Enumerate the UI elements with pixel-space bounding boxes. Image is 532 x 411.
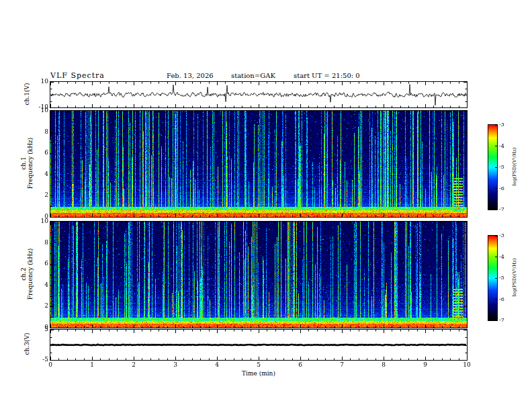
y-tick-label: -5 (31, 356, 48, 363)
colorbar-tick-label: -6 (499, 296, 514, 302)
y-tick-label: 8 (31, 128, 48, 135)
ch1-spectrogram-canvas (50, 111, 467, 217)
colorbar-ch2 (488, 235, 498, 321)
colorbar-ch2-label: log(PSD)(V²/Hz) (511, 259, 518, 297)
y-tick-label: 10 (31, 78, 48, 85)
time-axis-label: Time (min) (50, 370, 467, 377)
y-tick-label: 5 (31, 326, 48, 332)
vlf-spectra-figure: VLF Spectra Feb. 13, 2026 station=GAK st… (0, 0, 532, 411)
figure-date: Feb. 13, 2026 (167, 72, 214, 79)
figure-start-ut: start UT = 21:50: 0 (294, 72, 360, 79)
x-tick-label: 0 (42, 361, 58, 368)
ch3-waveform-panel (50, 329, 468, 361)
y-tick-label: -10 (31, 103, 48, 110)
colorbar-tick-label: -7 (499, 317, 514, 323)
y-tick-label: 10 (31, 218, 48, 224)
ch1-frequency-axis-label: ch.1 Frequency (kHz) (20, 138, 34, 189)
ch2-spectrogram-panel (50, 221, 468, 328)
ch1-spectrogram-panel (50, 110, 468, 218)
ch3-waveform-canvas (50, 330, 467, 360)
y-tick-label: 0 (31, 213, 48, 220)
colorbar-ch1-canvas (488, 125, 497, 210)
colorbar-tick-label: -7 (499, 206, 514, 212)
y-tick-label: 8 (31, 239, 48, 246)
ch3-voltage-axis-label: ch.3(V) (24, 333, 30, 355)
x-tick-label: 2 (126, 361, 142, 368)
y-tick-label: 0 (31, 324, 48, 330)
y-tick-label: 10 (31, 107, 48, 113)
colorbar-ch2-canvas (488, 236, 497, 320)
colorbar-tick-label: -3 (499, 122, 514, 128)
ch1-waveform-canvas (50, 82, 467, 107)
y-tick-label: 2 (31, 302, 48, 309)
x-tick-label: 5 (251, 361, 267, 368)
ch2-spectrogram-canvas (50, 222, 467, 328)
ch1-waveform-panel (50, 81, 468, 108)
x-tick-label: 6 (292, 361, 308, 368)
x-tick-label: 9 (417, 361, 433, 368)
colorbar-ch1 (488, 124, 498, 210)
colorbar-tick-label: -3 (499, 232, 514, 238)
x-tick-label: 7 (334, 361, 350, 368)
figure-title: VLF Spectra (50, 71, 105, 80)
ch1-voltage-axis-label: ch.1(V) (24, 83, 30, 105)
colorbar-tick-label: -6 (499, 185, 514, 191)
x-tick-label: 10 (459, 361, 475, 368)
x-tick-label: 3 (167, 361, 183, 368)
x-tick-label: 4 (209, 361, 225, 368)
ch2-frequency-axis-label: ch.2 Frequency (kHz) (20, 248, 34, 300)
colorbar-ch1-label: log(PSD)(V²/Hz) (511, 148, 518, 186)
x-tick-label: 1 (84, 361, 100, 368)
figure-station: station=GAK (231, 72, 275, 79)
y-tick-label: 2 (31, 191, 48, 198)
x-tick-label: 8 (375, 361, 392, 368)
